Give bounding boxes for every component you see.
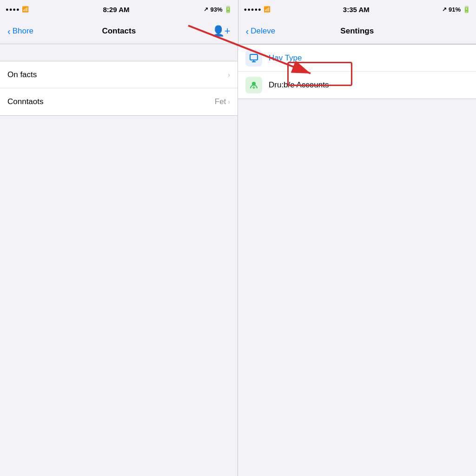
left-panel: On facts › Conntaots Fet › xyxy=(0,44,238,476)
on-facts-row[interactable]: On facts › xyxy=(0,61,238,88)
left-signal: ●●●● xyxy=(6,7,20,12)
right-nav-bar: ‹ Deleve Sentings xyxy=(238,19,476,44)
right-battery-group: ↗ 91% 🔋 xyxy=(442,6,470,13)
left-wifi-icon: 📶 xyxy=(22,6,29,13)
right-list-group: Hav Type Dru:b/e Accounts xyxy=(238,44,476,99)
right-signal-group: ●●●●● 📶 xyxy=(244,6,271,13)
right-time: 3:35 AM xyxy=(343,6,370,13)
add-contact-icon[interactable]: 👤+ xyxy=(212,25,231,37)
left-location-icon: ↗ xyxy=(204,6,208,13)
nav-bars: ‹ Bhore Contacts 👤+ ‹ Deleve Sentings xyxy=(0,19,476,44)
left-signal-group: ●●●● 📶 xyxy=(6,6,29,13)
right-signal: ●●●●● xyxy=(244,7,262,12)
drube-accounts-row[interactable]: Dru:b/e Accounts xyxy=(238,72,476,99)
left-status-bar: ●●●● 📶 8:29 AM ↗ 93% 🔋 xyxy=(0,0,238,19)
hav-type-icon xyxy=(245,50,262,66)
conntaots-value: Fet xyxy=(215,97,226,106)
drube-accounts-label: Dru:b/e Accounts xyxy=(269,80,329,90)
left-battery: 93% xyxy=(210,6,222,13)
left-back-label: Bhore xyxy=(13,26,33,36)
left-list-group: On facts › Conntaots Fet › xyxy=(0,61,238,116)
right-location-icon: ↗ xyxy=(442,6,447,13)
hav-type-row[interactable]: Hav Type xyxy=(238,45,476,72)
right-wifi-icon: 📶 xyxy=(264,6,271,13)
hav-type-label: Hav Type xyxy=(269,53,302,63)
right-battery-icon: 🔋 xyxy=(463,6,470,13)
left-back-chevron: ‹ xyxy=(7,26,11,37)
conntaots-right: Fet › xyxy=(215,97,230,106)
on-facts-chevron: › xyxy=(228,71,230,79)
right-panel: Hav Type Dru:b/e Accounts xyxy=(238,44,476,476)
drube-accounts-icon xyxy=(245,77,262,93)
left-empty-section xyxy=(0,116,238,136)
conntaots-label: Conntaots xyxy=(7,97,44,106)
on-facts-label: On facts xyxy=(7,70,37,79)
status-bars: ●●●● 📶 8:29 AM ↗ 93% 🔋 ●●●●● 📶 3:35 AM ↗… xyxy=(0,0,476,19)
left-time: 8:29 AM xyxy=(103,6,130,13)
left-section-header xyxy=(0,44,238,61)
left-battery-icon: 🔋 xyxy=(224,6,232,13)
right-battery: 91% xyxy=(449,6,461,13)
right-bottom-spacer xyxy=(238,99,476,119)
on-facts-right: › xyxy=(228,71,230,79)
right-back-label: Deleve xyxy=(251,26,275,36)
left-back-button[interactable]: ‹ Bhore xyxy=(7,26,33,37)
right-back-button[interactable]: ‹ Deleve xyxy=(246,26,276,37)
svg-rect-0 xyxy=(250,54,258,60)
right-nav-title: Sentings xyxy=(340,26,374,36)
left-battery-group: ↗ 93% 🔋 xyxy=(204,6,232,13)
right-back-chevron: ‹ xyxy=(246,26,249,37)
content-area: On facts › Conntaots Fet › xyxy=(0,44,476,476)
left-nav-title: Contacts xyxy=(102,26,136,36)
left-nav-bar: ‹ Bhore Contacts 👤+ xyxy=(0,19,238,44)
conntaots-row[interactable]: Conntaots Fet › xyxy=(0,88,238,115)
right-status-bar: ●●●●● 📶 3:35 AM ↗ 91% 🔋 xyxy=(238,0,476,19)
conntaots-chevron: › xyxy=(228,98,230,106)
